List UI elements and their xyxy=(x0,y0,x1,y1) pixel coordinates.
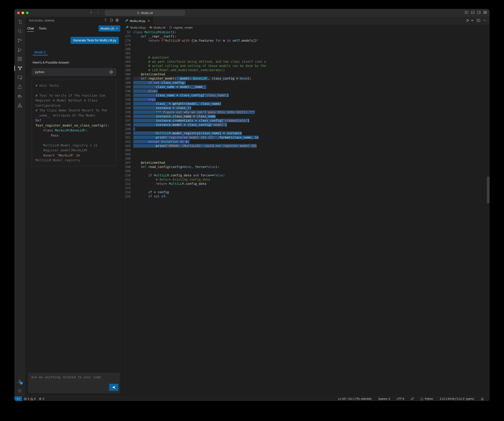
nav-arrows xyxy=(89,11,100,15)
line-numbers-gutter: 52 177 178 179 180 181 182 183 184 185 1… xyxy=(123,30,133,396)
minimize-window-button[interactable] xyxy=(22,12,24,14)
code-content: class MultiLLM(object): def __repr__(sel… xyxy=(133,30,490,396)
svg-rect-14 xyxy=(18,59,19,61)
user-message: Generate Tests for MultiLLM.py xyxy=(71,37,119,44)
indentation-indicator[interactable]: Spaces: 4 xyxy=(378,397,390,400)
editor-tab[interactable]: MultiLLM.py ✕ xyxy=(123,17,153,25)
close-window-button[interactable] xyxy=(17,12,20,14)
layout-secondary-sidebar-icon[interactable] xyxy=(477,11,481,15)
layout-customize-icon[interactable] xyxy=(483,11,487,15)
run-debug-icon[interactable] xyxy=(17,47,22,52)
chevron-up-circle-icon xyxy=(109,70,113,74)
remote-explorer-icon[interactable] xyxy=(17,75,22,80)
svg-point-0 xyxy=(137,12,139,13)
svg-rect-38 xyxy=(151,27,152,28)
extensions-icon[interactable] xyxy=(17,56,22,62)
encoding-indicator[interactable]: UTF-8 xyxy=(397,397,404,400)
chat-container: Generate Tests for MultiLLM.py Model C H… xyxy=(25,32,122,370)
close-tab-icon[interactable]: ✕ xyxy=(148,19,150,23)
model-response-tab[interactable]: Model C xyxy=(33,50,48,55)
svg-rect-25 xyxy=(19,95,19,96)
svg-rect-26 xyxy=(19,104,20,105)
activity-bar xyxy=(14,17,25,396)
nav-back-icon[interactable] xyxy=(89,11,93,15)
chevron-down-icon xyxy=(116,27,118,30)
titlebar: MultiLLM xyxy=(14,9,490,17)
class-symbol-icon xyxy=(149,26,152,29)
svg-rect-4 xyxy=(484,11,485,12)
svg-point-9 xyxy=(18,39,19,40)
settings-gear-icon[interactable] xyxy=(17,388,22,393)
svg-point-35 xyxy=(485,20,485,21)
breadcrumbs[interactable]: MultiLLM.py › MultiLLM › register_model xyxy=(123,25,490,30)
run-file-icon[interactable] xyxy=(466,19,470,23)
language-pill[interactable]: python xyxy=(32,68,116,76)
generated-code-block: # Unit Tests # Test To Verify If The Fun… xyxy=(32,80,116,166)
testing-icon[interactable] xyxy=(17,84,22,89)
source-control-icon[interactable] xyxy=(17,38,22,43)
svg-point-18 xyxy=(21,67,22,68)
notifications-icon[interactable] xyxy=(481,397,484,400)
svg-point-36 xyxy=(486,20,486,21)
svg-rect-13 xyxy=(18,57,19,58)
send-icon xyxy=(112,385,116,389)
svg-rect-15 xyxy=(20,59,22,61)
layout-primary-sidebar-icon[interactable] xyxy=(465,11,468,15)
editor-tabs: MultiLLM.py ✕ xyxy=(123,17,490,25)
more-actions-icon[interactable] xyxy=(483,19,486,23)
cursor-position[interactable]: Ln 187, Col 1 (791 selected) xyxy=(338,397,372,400)
filter-icon[interactable] xyxy=(104,18,107,23)
python-interpreter[interactable]: 3.12.3 64-bit ('3.12.3': pyenv) xyxy=(440,397,474,400)
minimap[interactable] xyxy=(487,30,490,396)
globe-icon[interactable] xyxy=(115,18,119,23)
editor-area: MultiLLM.py ✕ MultiLLM.py › MultiLLM › xyxy=(123,17,490,396)
python-file-icon xyxy=(125,19,128,22)
svg-rect-7 xyxy=(486,13,487,14)
command-center-search[interactable]: MultiLLM xyxy=(105,10,185,16)
svg-point-8 xyxy=(18,29,21,32)
docker-icon[interactable] xyxy=(17,94,22,99)
answer-heading: Here's A Possible Answer: xyxy=(33,61,119,64)
svg-point-30 xyxy=(19,390,20,392)
explorer-icon[interactable] xyxy=(17,19,22,24)
window-controls xyxy=(17,12,29,14)
svg-rect-28 xyxy=(20,106,22,107)
search-icon[interactable] xyxy=(17,28,22,34)
method-symbol-icon xyxy=(169,26,172,29)
svg-rect-16 xyxy=(20,57,22,58)
search-icon xyxy=(137,12,140,14)
ports-indicator[interactable]: 0 xyxy=(39,397,44,400)
svg-rect-22 xyxy=(18,96,19,96)
sidepanel-title: TESTGURU: VERIFAI xyxy=(29,19,54,22)
svg-point-17 xyxy=(18,67,19,68)
eol-indicator[interactable]: LF xyxy=(411,397,414,400)
nav-forward-icon[interactable] xyxy=(96,11,100,15)
svg-rect-5 xyxy=(486,11,487,12)
problems-indicator[interactable]: 0 0 xyxy=(24,397,36,400)
split-editor-icon[interactable] xyxy=(477,19,480,23)
maximize-window-button[interactable] xyxy=(26,12,29,14)
chat-input[interactable] xyxy=(28,373,120,393)
testguru-icon[interactable] xyxy=(14,66,25,71)
new-file-icon[interactable] xyxy=(110,18,113,23)
remote-indicator[interactable] xyxy=(14,396,22,401)
svg-rect-2 xyxy=(471,11,474,14)
models-dropdown-button[interactable]: Models (3) xyxy=(98,25,120,31)
svg-rect-3 xyxy=(478,11,480,14)
accounts-icon[interactable] xyxy=(17,379,22,384)
code-editor[interactable]: 52 177 178 179 180 181 182 183 184 185 1… xyxy=(123,30,490,396)
send-button[interactable] xyxy=(109,384,119,391)
language-mode[interactable]: { } Python xyxy=(420,397,433,400)
statusbar: 0 0 0 Ln 187, Col 1 (791 selected) Space… xyxy=(14,396,490,401)
tasks-tab[interactable]: Tasks xyxy=(39,25,47,31)
svg-point-11 xyxy=(20,40,22,41)
svg-rect-1 xyxy=(465,11,468,14)
run-dropdown-icon[interactable] xyxy=(470,19,474,23)
chat-tab[interactable]: Chat xyxy=(27,25,34,32)
svg-point-10 xyxy=(18,41,19,42)
hierarchy-icon[interactable] xyxy=(17,103,22,108)
svg-point-29 xyxy=(19,380,20,381)
svg-rect-23 xyxy=(19,96,19,96)
extension-sidepanel: TESTGURU: VERIFAI Chat Tasks Models (3) … xyxy=(25,17,123,396)
layout-panel-icon[interactable] xyxy=(471,11,474,15)
